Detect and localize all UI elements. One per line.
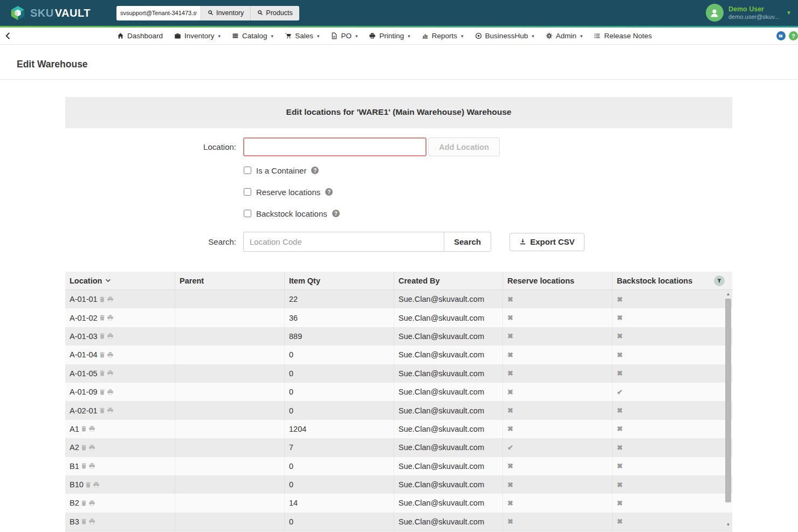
header-backstock-locations[interactable]: Backstock locations [613, 272, 732, 289]
header-parent[interactable]: Parent [175, 272, 285, 289]
search-label: Search: [65, 237, 243, 246]
delete-location-icon[interactable] [99, 370, 106, 377]
checkbox-is-a-container[interactable] [244, 167, 251, 174]
nav-back-button[interactable] [3, 30, 13, 42]
parent-cell [175, 346, 285, 364]
nav-item-businesshub[interactable]: BusinessHub ▾ [475, 32, 534, 40]
search-button[interactable]: Search [444, 232, 491, 252]
scrollbar-thumb[interactable] [725, 299, 731, 502]
delete-location-icon[interactable] [80, 444, 87, 451]
help-tooltip-icon[interactable]: ? [325, 188, 333, 196]
vertical-scrollbar[interactable]: ▲ ▼ [725, 291, 732, 528]
location-code: A-01-01 [70, 295, 98, 303]
tenant-search-input[interactable] [116, 6, 201, 20]
parent-cell [175, 475, 285, 494]
table-row: B2 14 Sue.Clan@skuvault.com ✖ ✖ [65, 494, 732, 512]
reserve-mark-cell: ✖ [503, 420, 613, 438]
created-by-cell: Sue.Clan@skuvault.com [394, 346, 503, 364]
reserve-mark-cell: ✖ [503, 383, 613, 401]
help-tooltip-icon[interactable]: ? [332, 210, 340, 217]
caret-down-icon: ▾ [355, 33, 358, 39]
delete-location-icon[interactable] [80, 425, 87, 432]
brand-text-sku: SKU [30, 7, 54, 19]
help-tooltip-icon[interactable]: ? [311, 167, 319, 174]
nav-item-catalog[interactable]: Catalog ▾ [232, 32, 273, 40]
nav-item-sales[interactable]: Sales ▾ [285, 32, 319, 40]
products-search-label: Products [266, 9, 292, 17]
header-item-qty[interactable]: Item Qty [285, 272, 394, 289]
skuvault-logo[interactable]: SKU VAULT [10, 5, 91, 21]
reserve-mark-cell: ✖ [503, 308, 613, 327]
search-icon [208, 9, 214, 17]
backstock-mark: ✔ [617, 388, 623, 396]
products-search-button[interactable]: Products [250, 6, 299, 20]
delete-location-icon[interactable] [99, 314, 106, 321]
print-location-icon[interactable] [88, 462, 95, 469]
header-location[interactable]: Location [65, 272, 175, 289]
print-location-icon[interactable] [88, 518, 95, 525]
delete-location-icon[interactable] [99, 389, 106, 396]
delete-location-icon[interactable] [80, 500, 87, 507]
user-menu[interactable]: Demo User demo.user@skuv... ▼ [706, 4, 792, 22]
print-location-icon[interactable] [107, 333, 114, 340]
item-qty-cell: 0 [285, 364, 394, 383]
nav-item-printing[interactable]: Printing ▾ [369, 32, 410, 40]
parent-cell [175, 513, 285, 531]
delete-location-icon[interactable] [99, 407, 106, 414]
header-created-by[interactable]: Created By [394, 272, 503, 289]
inventory-search-button[interactable]: Inventory [201, 6, 250, 20]
delete-location-icon[interactable] [99, 333, 106, 340]
delete-location-icon[interactable] [80, 462, 87, 469]
header-reserve-locations[interactable]: Reserve locations [503, 272, 613, 289]
location-label: Location: [65, 142, 243, 151]
nav-item-reports[interactable]: Reports ▾ [422, 32, 464, 40]
reserve-mark-cell: ✖ [503, 327, 613, 346]
checkbox-reserve-locations[interactable] [244, 188, 251, 196]
print-location-icon[interactable] [107, 407, 114, 414]
caret-down-icon: ▾ [271, 33, 274, 39]
print-location-icon[interactable] [88, 444, 95, 451]
nav-item-admin[interactable]: Admin ▾ [546, 32, 583, 40]
location-search-input[interactable] [243, 232, 444, 252]
parent-cell [175, 457, 285, 475]
backstock-mark: ✖ [617, 332, 623, 340]
reserve-mark-cell: ✔ [503, 438, 613, 457]
nav-item-po[interactable]: PO ▾ [331, 32, 357, 40]
delete-location-icon[interactable] [85, 481, 92, 488]
print-location-icon[interactable] [88, 500, 95, 507]
nav-item-inventory[interactable]: Inventory ▾ [174, 32, 221, 40]
item-qty-cell: 0 [285, 401, 394, 419]
nav-item-dashboard[interactable]: Dashboard ▾ [117, 32, 163, 40]
backstock-mark-cell: ✖ [613, 494, 732, 512]
scroll-down-icon[interactable]: ▼ [726, 522, 731, 528]
checkbox-backstock-locations[interactable] [244, 210, 251, 217]
delete-location-icon[interactable] [99, 296, 106, 303]
created-by-cell: Sue.Clan@skuvault.com [394, 457, 503, 475]
add-location-button[interactable]: Add Location [428, 137, 500, 156]
print-location-icon[interactable] [107, 370, 114, 377]
created-by-cell: Sue.Clan@skuvault.com [394, 438, 503, 457]
delete-location-icon[interactable] [80, 518, 87, 525]
print-location-icon[interactable] [93, 481, 100, 488]
nav-item-release-notes[interactable]: Release Notes ▾ [594, 32, 652, 40]
print-location-icon[interactable] [107, 314, 114, 321]
print-location-icon[interactable] [107, 389, 114, 396]
scroll-up-icon[interactable]: ▲ [726, 291, 731, 298]
help-icon[interactable]: ? [789, 31, 798, 40]
location-input[interactable] [243, 137, 426, 156]
delete-location-icon[interactable] [99, 351, 106, 358]
filter-button[interactable] [714, 275, 725, 286]
knowledge-base-icon[interactable] [776, 31, 786, 40]
checkbox-group: Is a Container ? Reserve locations ? Bac… [244, 160, 732, 224]
export-csv-button[interactable]: Export CSV [510, 233, 584, 251]
backstock-mark-cell: ✖ [613, 438, 732, 457]
table-row: A2 7 Sue.Clan@skuvault.com ✔ ✖ [65, 438, 732, 457]
nav-extra-icons: ? [776, 31, 798, 40]
print-location-icon[interactable] [88, 425, 95, 432]
print-location-icon[interactable] [107, 296, 114, 303]
print-location-icon[interactable] [107, 351, 114, 358]
parent-cell [175, 308, 285, 327]
table-row: A-01-02 36 Sue.Clan@skuvault.com ✖ ✖ [65, 308, 732, 327]
heading-divider [0, 79, 798, 80]
reserve-mark: ✖ [507, 388, 513, 396]
